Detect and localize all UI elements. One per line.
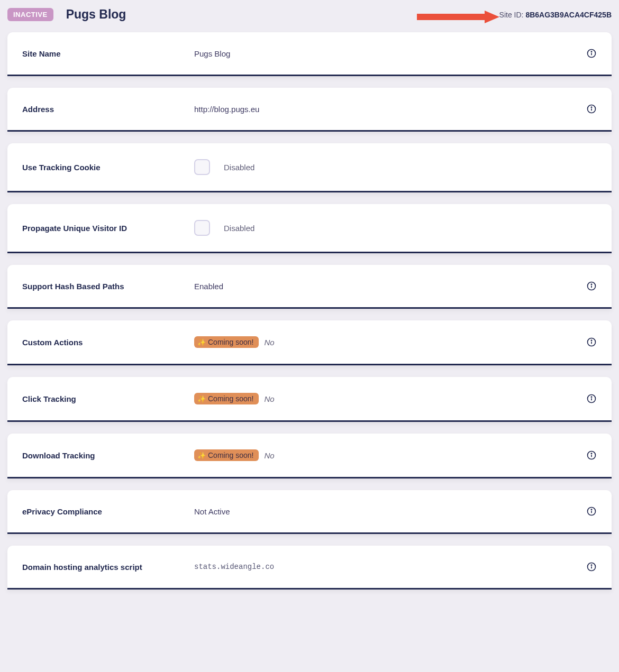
svg-point-1 bbox=[591, 51, 591, 52]
value-click-tracking: No bbox=[264, 394, 274, 403]
checkbox-propagate-uid[interactable] bbox=[194, 220, 210, 236]
value-custom-actions: No bbox=[264, 338, 274, 347]
row-use-tracking-cookie: Use Tracking Cookie Disabled bbox=[7, 143, 612, 192]
arrow-annotation bbox=[416, 10, 500, 24]
label-site-name: Site Name bbox=[22, 49, 194, 58]
row-custom-actions: Custom Actions ✨Coming soon! No bbox=[7, 320, 612, 365]
status-tracking-cookie: Disabled bbox=[224, 163, 254, 172]
label-use-tracking-cookie: Use Tracking Cookie bbox=[22, 163, 194, 172]
info-icon[interactable] bbox=[586, 48, 597, 59]
label-support-hash: Support Hash Based Paths bbox=[22, 282, 194, 291]
checkbox-tracking-cookie[interactable] bbox=[194, 159, 210, 175]
sparkle-icon: ✨ bbox=[197, 338, 206, 346]
label-domain-script: Domain hosting analytics script bbox=[22, 563, 194, 572]
label-propagate-uid: Propagate Unique Visitor ID bbox=[22, 224, 194, 233]
sparkle-icon: ✨ bbox=[197, 452, 206, 459]
label-click-tracking: Click Tracking bbox=[22, 394, 194, 403]
svg-point-22 bbox=[591, 565, 591, 565]
row-download-tracking: Download Tracking ✨Coming soon! No bbox=[7, 434, 612, 478]
row-domain-script: Domain hosting analytics script stats.wi… bbox=[7, 546, 612, 590]
value-eprivacy: Not Active bbox=[194, 507, 230, 516]
page-header: INACTIVE Pugs Blog Site ID: 8B6AG3B9ACA4… bbox=[7, 7, 612, 22]
coming-soon-badge: ✨Coming soon! bbox=[194, 336, 259, 348]
row-propagate-uid: Propagate Unique Visitor ID Disabled bbox=[7, 204, 612, 253]
label-custom-actions: Custom Actions bbox=[22, 338, 194, 347]
status-propagate-uid: Disabled bbox=[224, 224, 254, 233]
sparkle-icon: ✨ bbox=[197, 395, 206, 403]
value-address: http://blog.pugs.eu bbox=[194, 105, 259, 114]
svg-point-10 bbox=[591, 340, 591, 340]
page-title: Pugs Blog bbox=[66, 7, 126, 22]
coming-soon-badge: ✨Coming soon! bbox=[194, 393, 259, 404]
status-badge: INACTIVE bbox=[7, 8, 53, 21]
coming-soon-badge: ✨Coming soon! bbox=[194, 449, 259, 461]
value-download-tracking: No bbox=[264, 451, 274, 460]
row-eprivacy: ePrivacy Compliance Not Active bbox=[7, 490, 612, 534]
site-id: Site ID: 8B6AG3B9ACA4CF425B bbox=[499, 11, 612, 19]
svg-point-13 bbox=[591, 397, 591, 397]
info-icon[interactable] bbox=[586, 393, 597, 404]
label-address: Address bbox=[22, 105, 194, 114]
value-site-name: Pugs Blog bbox=[194, 49, 230, 58]
svg-point-4 bbox=[591, 107, 591, 107]
value-domain-script: stats.wideangle.co bbox=[194, 563, 274, 571]
info-icon[interactable] bbox=[586, 506, 597, 517]
row-address: Address http://blog.pugs.eu bbox=[7, 88, 612, 132]
info-icon[interactable] bbox=[586, 337, 597, 347]
label-eprivacy: ePrivacy Compliance bbox=[22, 507, 194, 516]
row-click-tracking: Click Tracking ✨Coming soon! No bbox=[7, 377, 612, 422]
row-support-hash: Support Hash Based Paths Enabled bbox=[7, 265, 612, 309]
info-icon[interactable] bbox=[586, 561, 597, 572]
value-support-hash: Enabled bbox=[194, 282, 223, 291]
row-site-name: Site Name Pugs Blog bbox=[7, 32, 612, 76]
svg-point-19 bbox=[591, 509, 591, 510]
info-icon[interactable] bbox=[586, 104, 597, 114]
svg-point-7 bbox=[591, 284, 591, 284]
site-id-value: 8B6AG3B9ACA4CF425B bbox=[525, 11, 612, 19]
site-id-label: Site ID: bbox=[499, 11, 526, 19]
label-download-tracking: Download Tracking bbox=[22, 451, 194, 460]
info-icon[interactable] bbox=[586, 281, 597, 291]
info-icon[interactable] bbox=[586, 450, 597, 461]
svg-point-16 bbox=[591, 453, 591, 454]
